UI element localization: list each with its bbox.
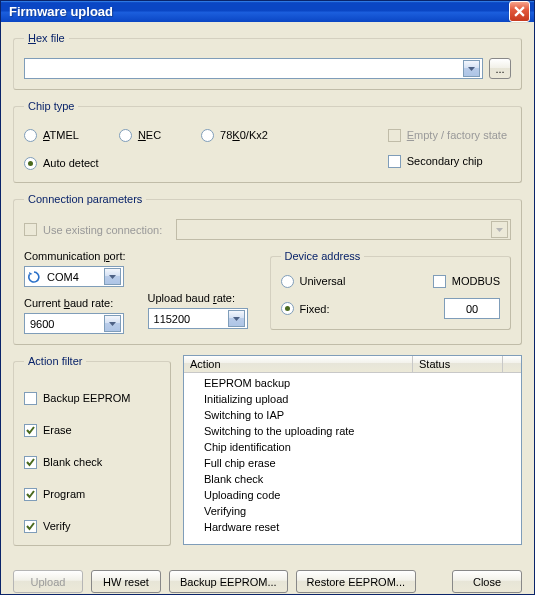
comm-port-label: Communication port: [24, 250, 126, 262]
chevron-down-icon[interactable] [463, 60, 480, 77]
action-text: Switching to the uploading rate [204, 425, 521, 437]
hex-file-legend: Hex file [24, 32, 69, 44]
list-item[interactable]: Uploading code [184, 487, 521, 503]
check-verify[interactable]: Verify [24, 517, 160, 535]
list-item[interactable]: Chip identification [184, 439, 521, 455]
refresh-icon[interactable] [27, 270, 41, 284]
radio-atmel[interactable]: ATMEL [24, 126, 79, 144]
check-blank-check[interactable]: Blank check [24, 453, 160, 471]
radio-fixed[interactable]: Fixed: [281, 300, 330, 318]
existing-connection-combo [176, 219, 511, 240]
action-filter-legend: Action filter [24, 355, 86, 367]
col-status[interactable]: Status [413, 356, 503, 372]
check-secondary-chip[interactable]: Secondary chip [388, 152, 507, 170]
list-item[interactable]: EEPROM backup [184, 375, 521, 391]
check-erase[interactable]: Erase [24, 421, 160, 439]
check-program[interactable]: Program [24, 485, 160, 503]
connection-parameters-group: Connection parameters Use existing conne… [13, 193, 522, 345]
action-text: Chip identification [204, 441, 521, 453]
check-backup-eeprom[interactable]: Backup EEPROM [24, 389, 160, 407]
fixed-address-input[interactable] [444, 298, 500, 319]
current-baud-label: Current baud rate: [24, 297, 126, 309]
chip-type-group: Chip type ATMEL NEC 78K0/Kx2 Auto detect [13, 100, 522, 183]
radio-auto-detect[interactable]: Auto detect [24, 154, 99, 172]
list-item[interactable]: Initializing upload [184, 391, 521, 407]
action-text: Verifying [204, 505, 521, 517]
current-baud-combo[interactable]: 9600 [24, 313, 124, 334]
action-list[interactable]: Action Status EEPROM backupInitializing … [183, 355, 522, 545]
hw-reset-button[interactable]: HW reset [91, 570, 161, 593]
window-title: Firmware upload [9, 4, 509, 19]
chevron-down-icon[interactable] [228, 310, 245, 327]
radio-universal[interactable]: Universal [281, 272, 346, 290]
action-text: Switching to IAP [204, 409, 521, 421]
list-item[interactable]: Switching to the uploading rate [184, 423, 521, 439]
device-address-legend: Device address [281, 250, 365, 262]
titlebar: Firmware upload [1, 1, 534, 22]
action-list-header: Action Status [184, 356, 521, 373]
action-text: Blank check [204, 473, 521, 485]
close-button[interactable]: Close [452, 570, 522, 593]
action-filter-group: Action filter Backup EEPROM Erase Blank … [13, 355, 171, 546]
device-address-group: Device address Universal MODBUS [270, 250, 511, 330]
col-action[interactable]: Action [184, 356, 413, 372]
upload-baud-label: Upload baud rate: [148, 292, 248, 304]
hex-file-combo[interactable] [24, 58, 483, 79]
hex-file-group: Hex file ... [13, 32, 522, 90]
radio-nec[interactable]: NEC [119, 126, 161, 144]
action-text: Initializing upload [204, 393, 521, 405]
col-spacer [503, 356, 521, 372]
list-item[interactable]: Blank check [184, 471, 521, 487]
connection-parameters-legend: Connection parameters [24, 193, 146, 205]
action-text: Uploading code [204, 489, 521, 501]
action-text: Hardware reset [204, 521, 521, 533]
firmware-upload-dialog: Firmware upload Hex file ... Chip type [0, 0, 535, 595]
action-text: EEPROM backup [204, 377, 521, 389]
radio-78k0[interactable]: 78K0/Kx2 [201, 126, 268, 144]
check-modbus[interactable]: MODBUS [433, 272, 500, 290]
list-item[interactable]: Hardware reset [184, 519, 521, 535]
backup-eeprom-button[interactable]: Backup EEPROM... [169, 570, 288, 593]
comm-port-combo[interactable]: COM4 [24, 266, 124, 287]
restore-eeprom-button[interactable]: Restore EEPROM... [296, 570, 416, 593]
chevron-down-icon[interactable] [104, 268, 121, 285]
list-item[interactable]: Full chip erase [184, 455, 521, 471]
check-empty-factory: Empty / factory state [388, 126, 507, 144]
close-icon[interactable] [509, 1, 530, 22]
action-text: Full chip erase [204, 457, 521, 469]
list-item[interactable]: Switching to IAP [184, 407, 521, 423]
upload-baud-combo[interactable]: 115200 [148, 308, 248, 329]
client-area: Hex file ... Chip type ATMEL NEC [1, 22, 534, 595]
check-use-existing: Use existing connection: [24, 221, 162, 239]
browse-button[interactable]: ... [489, 58, 511, 79]
chevron-down-icon [491, 221, 508, 238]
chevron-down-icon[interactable] [104, 315, 121, 332]
upload-button[interactable]: Upload [13, 570, 83, 593]
chip-type-legend: Chip type [24, 100, 78, 112]
list-item[interactable]: Verifying [184, 503, 521, 519]
